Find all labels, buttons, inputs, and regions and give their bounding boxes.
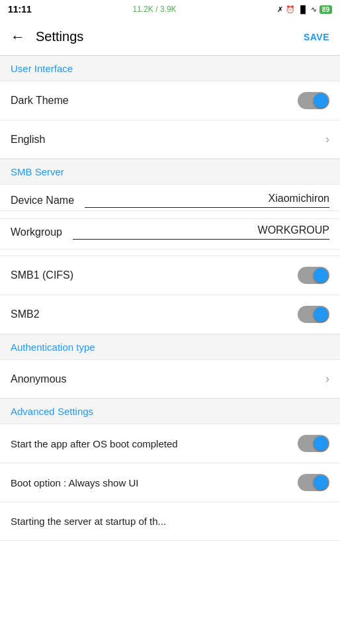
language-label: English <box>11 134 45 146</box>
device-name-field-wrap <box>85 193 329 208</box>
anonymous-label: Anonymous <box>11 373 67 385</box>
boot-option-label: Boot option : Always show UI <box>11 477 298 488</box>
status-bar: 11:11 11.2K / 3.9K ✗ ⏰ ▐▌ ∿ 89 <box>0 0 340 19</box>
smb2-label: SMB2 <box>11 308 40 320</box>
setting-dark-theme: Dark Theme <box>0 81 340 120</box>
workgroup-input[interactable] <box>73 224 329 240</box>
smb2-toggle[interactable] <box>298 306 329 323</box>
battery-level: 89 <box>319 5 332 14</box>
setting-language[interactable]: English › <box>0 120 340 159</box>
device-name-input[interactable] <box>85 193 329 208</box>
boot-option-toggle[interactable] <box>298 474 329 491</box>
save-button[interactable]: SAVE <box>304 32 329 42</box>
setting-smb2: SMB2 <box>0 295 340 334</box>
workgroup-label: Workgroup <box>11 226 62 238</box>
section-auth-type-label: Authentication type <box>11 342 95 353</box>
status-time: 11:11 <box>8 4 32 15</box>
setting-starting-server: Starting the server at startup of th... <box>0 502 340 541</box>
chevron-right-icon: › <box>325 132 329 146</box>
alarm-icon: ⏰ <box>286 5 295 14</box>
starting-server-label: Starting the server at startup of th... <box>11 516 166 527</box>
section-advanced-settings: Advanced Settings <box>0 398 340 424</box>
section-user-interface: User Interface <box>0 56 340 81</box>
device-name-label: Device Name <box>11 195 74 207</box>
section-advanced-settings-label: Advanced Settings <box>11 406 93 417</box>
back-button[interactable]: ← <box>11 28 25 46</box>
status-icons: ✗ ⏰ ▐▌ ∿ 89 <box>277 5 332 14</box>
setting-boot-option: Boot option : Always show UI <box>0 463 340 502</box>
wifi-icon: ∿ <box>311 5 317 14</box>
start-after-boot-toggle[interactable] <box>298 435 329 452</box>
signal-icon: ▐▌ <box>298 5 308 13</box>
chevron-right-icon-auth: › <box>325 372 329 386</box>
section-auth-type: Authentication type <box>0 334 340 360</box>
page-title: Settings <box>36 29 304 44</box>
bluetooth-icon: ✗ <box>277 5 283 14</box>
workgroup-field-wrap <box>73 224 329 240</box>
setting-smb1: SMB1 (CIFS) <box>0 256 340 295</box>
setting-start-after-boot: Start the app after OS boot completed <box>0 424 340 463</box>
section-smb-server-label: SMB Server <box>11 166 64 177</box>
section-smb-server: SMB Server <box>0 159 340 185</box>
dark-theme-toggle[interactable] <box>298 92 329 109</box>
setting-anonymous[interactable]: Anonymous › <box>0 360 340 398</box>
setting-device-name: Device Name <box>0 185 340 211</box>
dark-theme-label: Dark Theme <box>11 95 69 107</box>
start-after-boot-label: Start the app after OS boot completed <box>11 438 298 449</box>
app-bar: ← Settings SAVE <box>0 19 340 56</box>
network-speed: 11.2K / 3.9K <box>133 5 177 14</box>
setting-workgroup: Workgroup <box>0 219 340 250</box>
section-user-interface-label: User Interface <box>11 63 73 74</box>
smb1-label: SMB1 (CIFS) <box>11 269 73 281</box>
smb1-toggle[interactable] <box>298 267 329 284</box>
